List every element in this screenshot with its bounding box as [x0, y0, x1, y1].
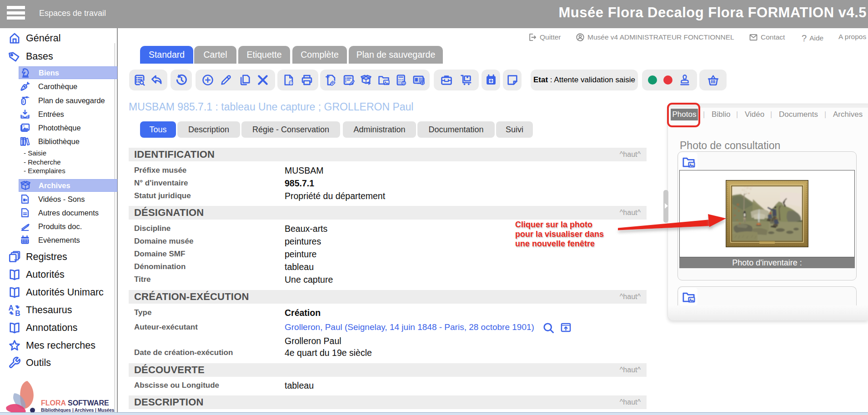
svg-text:A: A	[9, 304, 14, 312]
svg-text:B: B	[15, 310, 20, 316]
svg-text:$: $	[403, 81, 405, 85]
